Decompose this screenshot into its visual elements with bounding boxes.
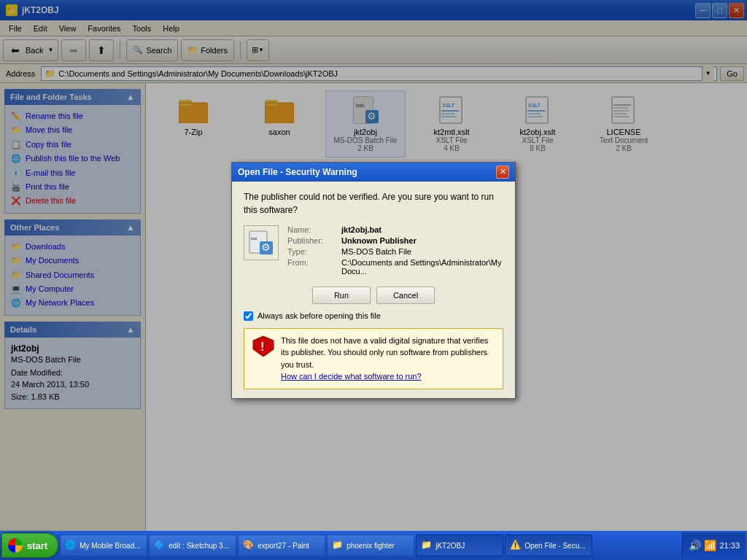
start-label: start xyxy=(27,540,47,551)
security-warning-dialog: Open File - Security Warning ✕ The publi… xyxy=(231,162,516,399)
taskbar-phoenix-icon: 📁 xyxy=(332,540,344,551)
svg-text:bat: bat xyxy=(251,236,258,241)
dialog-from-value: C:\Documents and Settings\Administrator\… xyxy=(341,258,503,276)
taskbar-item-phoenix[interactable]: 📁 phoenix fighter xyxy=(327,534,414,556)
taskbar: start 🌐 My Mobile Broad... 🔷 edit : Sket… xyxy=(0,531,747,560)
dialog-name-row: Name: jkt2obj.bat xyxy=(287,225,503,234)
taskbar-paint-label: export27 - Paint xyxy=(258,542,309,550)
taskbar-item-mobile[interactable]: 🌐 My Mobile Broad... xyxy=(60,534,147,556)
clock: 21:33 xyxy=(719,541,740,550)
security-text: This file does not have a valid digital … xyxy=(281,336,488,369)
taskbar-item-sketchup[interactable]: 🔷 edit : Sketchup 3... xyxy=(149,534,236,556)
dialog-name-value: jkt2obj.bat xyxy=(341,225,382,234)
tray-volume-icon: 📶 xyxy=(704,540,716,551)
taskbar-phoenix-label: phoenix fighter xyxy=(347,542,395,550)
taskbar-jkt2obj-label: jKT2OBJ xyxy=(436,542,465,550)
always-ask-label: Always ask before opening this file xyxy=(258,311,381,320)
taskbar-sketchup-label: edit : Sketchup 3... xyxy=(169,542,229,550)
taskbar-jkt2obj-icon: 📁 xyxy=(421,540,433,551)
dialog-from-label: From: xyxy=(287,258,338,276)
taskbar-openfile-label: Open File - Secu... xyxy=(525,542,585,550)
security-link[interactable]: How can I decide what software to run? xyxy=(281,372,422,381)
dialog-file-details: Name: jkt2obj.bat Publisher: Unknown Pub… xyxy=(287,225,503,278)
taskbar-mobile-label: My Mobile Broad... xyxy=(80,542,140,550)
dialog-overlay: Open File - Security Warning ✕ The publi… xyxy=(0,0,747,560)
taskbar-items: 🌐 My Mobile Broad... 🔷 edit : Sketchup 3… xyxy=(60,534,681,556)
taskbar-paint-icon: 🎨 xyxy=(243,540,255,551)
svg-text:⚙: ⚙ xyxy=(261,241,271,253)
dialog-from-row: From: C:\Documents and Settings\Administ… xyxy=(287,258,503,276)
dialog-type-value: MS-DOS Batch File xyxy=(341,247,411,256)
warning-shield-icon: ! xyxy=(252,335,275,358)
always-ask-checkbox[interactable] xyxy=(244,311,253,321)
dialog-close-button[interactable]: ✕ xyxy=(496,166,509,179)
windows-logo xyxy=(8,538,23,553)
dialog-publisher-row: Publisher: Unknown Publisher xyxy=(287,236,503,245)
dialog-checkbox-row: Always ask before opening this file xyxy=(244,311,503,321)
taskbar-tray: 🔊 📶 21:33 xyxy=(682,532,746,559)
taskbar-openfile-icon: ⚠️ xyxy=(510,540,522,551)
cancel-button[interactable]: Cancel xyxy=(376,287,435,304)
security-warning-box: ! This file does not have a valid digita… xyxy=(244,328,503,389)
dialog-type-row: Type: MS-DOS Batch File xyxy=(287,247,503,256)
run-button[interactable]: Run xyxy=(312,287,371,304)
taskbar-item-openfile[interactable]: ⚠️ Open File - Secu... xyxy=(505,534,592,556)
dialog-warning-text: The publisher could not be verified. Are… xyxy=(244,190,503,217)
taskbar-sketchup-icon: 🔷 xyxy=(154,540,166,551)
dialog-publisher-value: Unknown Publisher xyxy=(341,236,417,245)
taskbar-mobile-icon: 🌐 xyxy=(65,540,77,551)
taskbar-item-jkt2obj[interactable]: 📁 jKT2OBJ xyxy=(416,534,503,556)
dialog-title: Open File - Security Warning xyxy=(238,167,357,177)
dialog-buttons: Run Cancel xyxy=(244,287,503,304)
dialog-file-icon: bat ⚙ xyxy=(244,225,279,260)
start-button[interactable]: start xyxy=(1,533,58,558)
dialog-body: The publisher could not be verified. Are… xyxy=(232,182,515,398)
dialog-publisher-label: Publisher: xyxy=(287,236,338,245)
tray-network-icon: 🔊 xyxy=(689,540,701,551)
dialog-name-label: Name: xyxy=(287,225,338,234)
security-text-wrap: This file does not have a valid digital … xyxy=(281,335,495,383)
taskbar-item-paint[interactable]: 🎨 export27 - Paint xyxy=(238,534,325,556)
dialog-file-info: bat ⚙ Name: jkt2obj.bat Publisher: Unkno… xyxy=(244,225,503,278)
dialog-type-label: Type: xyxy=(287,247,338,256)
dialog-title-bar: Open File - Security Warning ✕ xyxy=(232,163,515,182)
svg-text:!: ! xyxy=(260,341,264,353)
